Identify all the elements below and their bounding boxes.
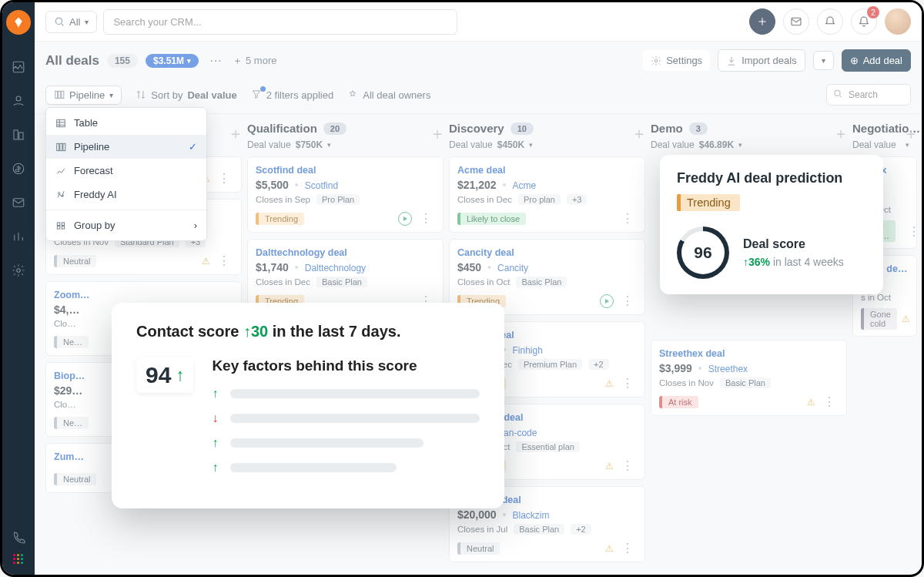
card-more[interactable]: ⋮	[215, 171, 233, 186]
sort-button[interactable]: Sort by Deal value	[136, 89, 237, 101]
card-account[interactable]: Acme	[513, 180, 537, 191]
card-tag: +2	[571, 524, 591, 535]
nav-apps[interactable]	[13, 554, 24, 564]
card-tag: Basic Plan	[514, 524, 564, 535]
user-avatar[interactable]	[885, 8, 911, 35]
nav-phone[interactable]	[3, 522, 34, 552]
card-closes: Closes in Jul	[457, 525, 507, 534]
view-menu-forecast[interactable]: Forecast	[46, 159, 206, 183]
factors-title: Key factors behind this score	[212, 357, 480, 374]
status-badge: At risk	[659, 396, 698, 408]
column-count: 3	[689, 122, 708, 135]
card-closes: Clo…	[54, 319, 76, 328]
board-search[interactable]	[826, 84, 911, 106]
deal-card[interactable]: Acme deal $21,202•Acme Closes in DecPro …	[449, 156, 645, 233]
deal-card[interactable]: Scotfind deal $5,500•Scotfind Closes in …	[247, 156, 444, 233]
deal-card[interactable]: Streethex deal $3,999•Streethex Closes i…	[651, 340, 847, 416]
card-more[interactable]: ⋮	[618, 458, 637, 473]
deal-score-delta: ↑36% in last 4 weeks	[743, 256, 844, 268]
nav-contacts[interactable]	[3, 86, 34, 116]
score-factor: ↑	[212, 461, 480, 475]
card-tag: Basic Plan	[516, 277, 567, 287]
add-button[interactable]	[749, 8, 775, 35]
warning-icon: ⚠	[902, 314, 910, 324]
import-deals-button[interactable]: Import deals	[718, 49, 805, 72]
card-amount: $20,000	[457, 508, 497, 521]
add-card-icon[interactable]: ＋	[903, 123, 919, 144]
filter-bar: Pipeline ▾ Sort by Deal value 2 filters …	[35, 79, 922, 114]
nav-accounts[interactable]	[3, 119, 34, 150]
nav-mail[interactable]	[3, 187, 34, 218]
left-rail	[2, 2, 35, 575]
svg-rect-20	[57, 222, 60, 225]
alerts-icon[interactable]: 2	[851, 8, 877, 35]
svg-point-1	[16, 96, 21, 101]
card-amount: $4,…	[54, 304, 79, 316]
filters-button[interactable]: 2 filters applied	[251, 89, 333, 102]
nav-dashboard[interactable]	[3, 52, 34, 82]
card-title: Cancity deal	[457, 247, 637, 258]
card-account[interactable]: Cancity	[497, 263, 528, 273]
svg-rect-8	[792, 18, 801, 25]
settings-button[interactable]: Settings	[643, 50, 710, 71]
card-more[interactable]: ⋮	[618, 294, 637, 308]
view-menu: Table Pipeline✓ Forecast Freddy AI Group…	[45, 107, 207, 241]
card-more[interactable]: ⋮	[215, 253, 233, 268]
svg-rect-10	[55, 91, 58, 98]
card-account[interactable]: Finhigh	[513, 345, 543, 356]
add-card-icon[interactable]: ＋	[833, 123, 849, 144]
svg-rect-2	[14, 130, 18, 139]
svg-rect-3	[19, 133, 23, 139]
card-account[interactable]: Blackzim	[513, 510, 550, 521]
column-deal-value[interactable]: Deal value$750K▾	[247, 139, 440, 150]
contact-score-heading: Contact score ↑30 in the last 7 days.	[136, 323, 400, 340]
import-dropdown[interactable]: ▾	[813, 51, 834, 70]
card-closes: Closes in Nov	[659, 378, 714, 387]
more-link[interactable]: ＋ 5 more	[233, 54, 276, 68]
nav-deals[interactable]	[3, 153, 34, 184]
nav-reports[interactable]	[3, 221, 34, 252]
owners-button[interactable]: All deal owners	[347, 89, 430, 101]
more-options[interactable]: ⋯	[206, 50, 225, 71]
card-amount: $450	[457, 261, 481, 273]
card-amount: $1,740	[256, 261, 289, 273]
card-more[interactable]: ⋮	[905, 224, 922, 239]
add-card-icon[interactable]: ＋	[631, 123, 647, 144]
nav-settings[interactable]	[3, 255, 34, 286]
card-closes: Closes in Dec	[256, 277, 310, 287]
add-card-icon[interactable]: ＋	[228, 123, 243, 144]
scope-dropdown[interactable]: All ▾	[45, 11, 97, 33]
add-card-icon[interactable]: ＋	[430, 123, 445, 144]
view-menu-freddy[interactable]: Freddy AI	[46, 183, 206, 206]
notifications-icon[interactable]	[817, 8, 843, 35]
view-menu-groupby[interactable]: Group by›	[46, 213, 206, 237]
column-deal-value[interactable]: Deal value$450K▾	[449, 139, 642, 150]
card-more[interactable]: ⋮	[618, 541, 637, 555]
play-icon[interactable]	[398, 212, 412, 226]
add-deal-button[interactable]: ⊕ Add deal	[842, 49, 911, 72]
view-menu-table[interactable]: Table	[46, 111, 206, 135]
card-more[interactable]: ⋮	[618, 376, 637, 391]
card-account[interactable]: Streethex	[708, 364, 748, 374]
contact-score-value: 94↑	[136, 357, 193, 393]
warning-icon: ⚠	[605, 378, 614, 389]
card-tag: +3	[567, 194, 588, 205]
search-input[interactable]	[103, 9, 457, 35]
top-bar: All ▾ 2	[35, 2, 922, 42]
card-more[interactable]: ⋮	[915, 312, 922, 327]
card-more[interactable]: ⋮	[618, 211, 637, 226]
view-dropdown[interactable]: Pipeline ▾	[45, 86, 122, 105]
svg-rect-14	[57, 119, 65, 126]
play-icon[interactable]	[600, 294, 614, 308]
view-menu-pipeline[interactable]: Pipeline✓	[46, 135, 206, 159]
warning-icon: ⚠	[605, 543, 614, 554]
deals-amount-pill[interactable]: $3.51M▾	[146, 54, 199, 68]
status-badge: Neutral	[54, 473, 96, 485]
global-search[interactable]	[103, 9, 457, 35]
column-deal-value[interactable]: Deal value$46.89K▾	[651, 139, 844, 150]
card-account[interactable]: Dalttechnology	[305, 263, 366, 273]
card-account[interactable]: Scotfind	[305, 180, 338, 191]
card-more[interactable]: ⋮	[820, 394, 839, 409]
mail-icon[interactable]	[783, 8, 809, 35]
card-more[interactable]: ⋮	[417, 211, 435, 226]
